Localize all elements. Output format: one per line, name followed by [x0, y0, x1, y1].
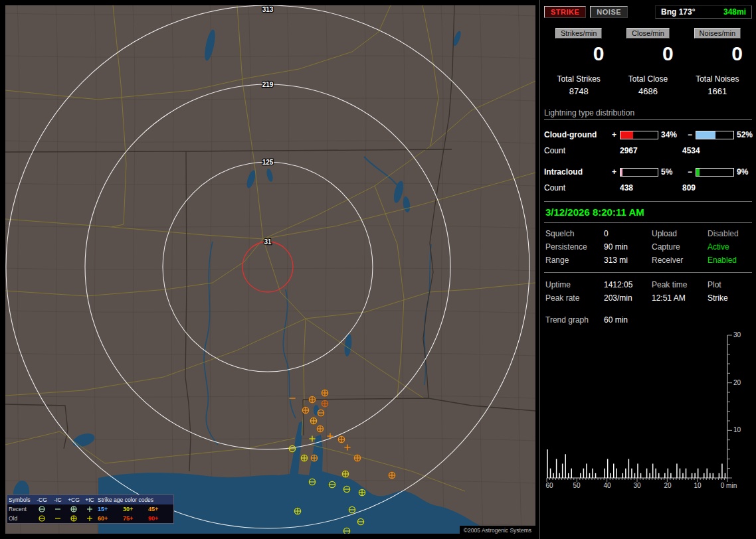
- y-tick-10: 10: [733, 426, 741, 433]
- x-tick-20: 20: [664, 482, 672, 489]
- legend-type-neg-ic: -IC: [50, 497, 66, 503]
- rate-counters: Strikes/min 0 Total Strikes 8748 Close/m…: [544, 28, 752, 96]
- status-panel: STRIKE NOISE Bng 173° 348mi Strikes/min …: [539, 0, 756, 539]
- plot-label: Plot: [708, 280, 751, 289]
- settings-table: Squelch 0 Upload Disabled Persistence 90…: [544, 223, 752, 273]
- close-per-min-button[interactable]: Close/min: [626, 28, 670, 38]
- cg-negative-bar: [696, 131, 734, 139]
- strike-legend: Symbols -CG -IC +CG +IC Strike age color…: [7, 495, 174, 524]
- age-60: 60+: [98, 515, 123, 522]
- strike-mode-button[interactable]: STRIKE: [544, 6, 586, 18]
- close-per-min-value: 0: [613, 44, 682, 64]
- bearing-readout: Bng 173° 348mi: [655, 5, 752, 19]
- capture-label: Capture: [652, 242, 708, 252]
- legend-age-header: Strike age color codes: [98, 497, 172, 503]
- squelch-label: Squelch: [545, 229, 604, 238]
- trend-graph-canvas: 30 20 10 60 50 40 30 20 10 0 min: [544, 329, 755, 493]
- range-ring-label: 219: [262, 81, 274, 88]
- uptime-label: Uptime: [545, 280, 604, 289]
- stats-row: Peak rate 203/min 12:51 AM Strike: [545, 291, 751, 305]
- receiver-label: Receiver: [652, 256, 708, 265]
- strikes-per-min-button[interactable]: Strikes/min: [555, 28, 602, 38]
- minus-sign: −: [688, 130, 696, 139]
- plus-sign: +: [612, 130, 620, 139]
- legend-recent-symbols: [34, 505, 98, 513]
- distribution-title: Lightning type distribution: [544, 108, 752, 120]
- pos-cg-icon: [70, 505, 78, 513]
- total-strikes-value: 8748: [544, 86, 613, 96]
- x-tick-50: 50: [573, 482, 581, 489]
- cg-positive-pct: 34%: [658, 130, 688, 139]
- stats-table: Uptime 1412:05 Peak time Plot Peak rate …: [544, 273, 752, 305]
- persistence-value: 90 min: [604, 242, 652, 252]
- close-counter: Close/min 0 Total Close 4686: [613, 28, 682, 96]
- current-datetime: 3/12/2026 8:20:11 AM: [545, 206, 644, 218]
- range-label: Range: [545, 256, 604, 265]
- settings-row: Persistence 90 min Capture Active: [545, 240, 751, 254]
- legend-recent-label: Recent: [9, 506, 34, 512]
- cg-positive-count: 2967: [620, 146, 682, 155]
- y-tick-20: 20: [733, 379, 741, 386]
- noise-mode-button[interactable]: NOISE: [590, 6, 628, 18]
- x-tick-40: 40: [603, 482, 611, 489]
- trend-graph-label: Trend graph: [545, 315, 604, 325]
- lightning-distribution: Lightning type distribution Cloud-ground…: [544, 108, 752, 196]
- intracloud-label: Intracloud: [544, 167, 612, 177]
- age-90: 90+: [148, 515, 173, 522]
- legend-old-label: Old: [9, 515, 34, 522]
- cg-negative-count: 4534: [682, 146, 752, 155]
- y-tick-30: 30: [733, 331, 741, 339]
- lightning-detector-app: 31321912531 Symbols -CG -IC +CG +IC Stri…: [0, 0, 756, 539]
- map-canvas[interactable]: 31321912531: [5, 5, 535, 534]
- settings-row: Squelch 0 Upload Disabled: [545, 227, 751, 240]
- trend-window-value: 60 min: [604, 315, 751, 325]
- legend-type-pos-ic: +IC: [82, 497, 98, 503]
- total-close-label: Total Close: [613, 74, 682, 84]
- age-30: 30+: [123, 506, 148, 512]
- plot-value: Strike: [708, 293, 751, 303]
- capture-status: Active: [708, 242, 751, 252]
- range-value: 313 mi: [604, 256, 652, 265]
- range-ring-label: 31: [264, 238, 272, 246]
- noises-counter: Noises/min 0 Total Noises 1661: [683, 28, 752, 96]
- neg-ic-icon: [54, 505, 62, 513]
- count-label: Count: [544, 146, 620, 155]
- minus-sign: −: [688, 167, 696, 177]
- persistence-label: Persistence: [545, 242, 604, 252]
- plus-sign: +: [612, 167, 620, 177]
- pos-ic-icon: [86, 514, 94, 522]
- legend-old-row: Old 60+ 75+ 90+: [7, 514, 173, 523]
- ic-negative-pct: 9%: [734, 167, 752, 177]
- datetime-box: 3/12/2026 8:20:11 AM: [544, 201, 752, 223]
- legend-type-pos-cg: +CG: [66, 497, 82, 503]
- legend-type-neg-cg: -CG: [34, 497, 50, 503]
- lightning-map[interactable]: 31321912531 Symbols -CG -IC +CG +IC Stri…: [5, 5, 535, 534]
- age-45: 45+: [148, 506, 173, 512]
- copyright-label: ©2005 Astrogenic Systems: [460, 526, 535, 535]
- uptime-value: 1412:05: [604, 280, 652, 289]
- ic-negative-count: 809: [682, 183, 752, 193]
- x-tick-10: 10: [694, 482, 702, 489]
- strikes-counter: Strikes/min 0 Total Strikes 8748: [544, 28, 613, 96]
- axis-ticks: [547, 335, 732, 482]
- x-tick-30: 30: [633, 482, 641, 489]
- cloud-ground-counts: Count 2967 4534: [544, 143, 752, 159]
- noises-per-min-button[interactable]: Noises/min: [694, 28, 741, 38]
- count-label: Count: [544, 183, 620, 193]
- ic-positive-count: 438: [620, 183, 682, 193]
- cloud-ground-label: Cloud-ground: [544, 130, 612, 139]
- trend-bars: [547, 449, 725, 478]
- legend-recent-row: Recent 15+ 30+ 45+: [7, 504, 173, 514]
- cg-negative-pct: 52%: [734, 130, 753, 139]
- total-close-value: 4686: [613, 86, 682, 96]
- ic-positive-bar: [620, 168, 658, 177]
- pos-ic-icon: [86, 505, 94, 513]
- noises-per-min-value: 0: [683, 44, 752, 64]
- bearing-value: Bng 173°: [661, 7, 695, 17]
- bearing-distance: 348mi: [723, 7, 746, 17]
- trend-graph-header: Trend graph 60 min: [544, 315, 752, 325]
- intracloud-counts: Count 438 809: [544, 180, 752, 196]
- peak-rate-label: Peak rate: [545, 293, 604, 303]
- stats-row: Uptime 1412:05 Peak time Plot: [545, 278, 751, 291]
- neg-ic-icon: [54, 514, 62, 522]
